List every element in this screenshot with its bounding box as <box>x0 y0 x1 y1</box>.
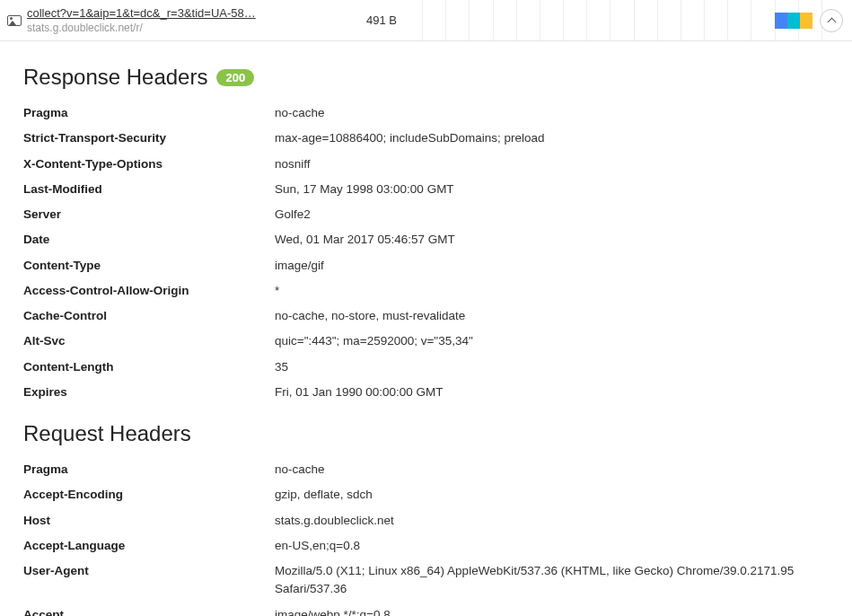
header-value: Sun, 17 May 1998 03:00:00 GMT <box>275 177 829 202</box>
header-value: no-cache <box>275 101 829 126</box>
header-value: quic=":443"; ma=2592000; v="35,34" <box>275 329 829 354</box>
header-value: gzip, deflate, sdch <box>275 482 829 507</box>
request-size: 491 B <box>341 13 422 27</box>
header-row: Acceptimage/webp,*/*;q=0.8 <box>23 603 829 617</box>
response-headers-label: Response Headers <box>23 65 207 90</box>
header-name: Alt-Svc <box>23 329 275 354</box>
header-row: Content-Typeimage/gif <box>23 253 829 278</box>
header-row: DateWed, 01 Mar 2017 05:46:57 GMT <box>23 227 829 252</box>
header-value: Wed, 01 Mar 2017 05:46:57 GMT <box>275 227 829 252</box>
header-value: stats.g.doubleclick.net <box>275 508 829 533</box>
response-headers-table: Pragmano-cacheStrict-Transport-Securitym… <box>23 101 829 405</box>
header-value: no-cache, no-store, must-revalidate <box>275 304 829 329</box>
status-badge: 200 <box>216 69 254 86</box>
header-value: max-age=10886400; includeSubDomains; pre… <box>275 126 829 151</box>
header-name: Last-Modified <box>23 177 275 202</box>
header-name: Strict-Transport-Security <box>23 126 275 151</box>
timing-swatch <box>775 13 787 29</box>
header-row: Pragmano-cache <box>23 457 829 482</box>
header-name: User-Agent <box>23 559 275 603</box>
timing-legend <box>775 13 812 29</box>
header-value: Golfe2 <box>275 202 829 227</box>
header-value: en-US,en;q=0.8 <box>275 533 829 559</box>
header-row: Pragmano-cache <box>23 101 829 126</box>
header-name: Accept-Language <box>23 533 275 559</box>
chevron-up-icon <box>827 17 836 26</box>
header-name: Content-Length <box>23 355 275 380</box>
header-row: X-Content-Type-Optionsnosniff <box>23 152 829 177</box>
header-name: Content-Type <box>23 253 275 278</box>
header-row: Hoststats.g.doubleclick.net <box>23 508 829 533</box>
header-row: Content-Length35 <box>23 355 829 380</box>
header-row: Alt-Svcquic=":443"; ma=2592000; v="35,34… <box>23 329 829 354</box>
header-row: ExpiresFri, 01 Jan 1990 00:00:00 GMT <box>23 380 829 405</box>
header-name: Host <box>23 508 275 533</box>
request-headers-table: Pragmano-cacheAccept-Encodinggzip, defla… <box>23 457 829 616</box>
header-row: Access-Control-Allow-Origin* <box>23 278 829 304</box>
request-host: stats.g.doubleclick.net/r/ <box>27 22 323 34</box>
header-row: Accept-Languageen-US,en;q=0.8 <box>23 533 829 559</box>
header-name: X-Content-Type-Options <box>23 152 275 177</box>
header-row: Strict-Transport-Securitymax-age=1088640… <box>23 126 829 151</box>
header-value: nosniff <box>275 152 829 177</box>
header-name: Pragma <box>23 101 275 126</box>
request-summary-row[interactable]: collect?v=1&aip=1&t=dc&_r=3&tid=UA-58… s… <box>0 0 852 41</box>
header-name: Access-Control-Allow-Origin <box>23 278 275 304</box>
collapse-button[interactable] <box>820 9 843 32</box>
header-row: Cache-Controlno-cache, no-store, must-re… <box>23 304 829 329</box>
header-name: Expires <box>23 380 275 405</box>
header-row: Last-ModifiedSun, 17 May 1998 03:00:00 G… <box>23 177 829 202</box>
request-url-block[interactable]: collect?v=1&aip=1&t=dc&_r=3&tid=UA-58… s… <box>27 6 323 34</box>
timing-swatch <box>787 13 800 29</box>
header-row: User-AgentMozilla/5.0 (X11; Linux x86_64… <box>23 559 829 603</box>
header-name: Pragma <box>23 457 275 482</box>
header-value: Mozilla/5.0 (X11; Linux x86_64) AppleWeb… <box>275 559 829 603</box>
timing-swatch <box>800 13 812 29</box>
header-row: Accept-Encodinggzip, deflate, sdch <box>23 482 829 507</box>
request-url[interactable]: collect?v=1&aip=1&t=dc&_r=3&tid=UA-58… <box>27 6 323 20</box>
header-value: Fri, 01 Jan 1990 00:00:00 GMT <box>275 380 829 405</box>
header-name: Accept <box>23 603 275 617</box>
header-value: no-cache <box>275 457 829 482</box>
header-value: image/webp,*/*;q=0.8 <box>275 603 829 617</box>
header-value: image/gif <box>275 253 829 278</box>
response-headers-title: Response Headers 200 <box>23 65 829 90</box>
header-value: * <box>275 278 829 304</box>
header-row: ServerGolfe2 <box>23 202 829 227</box>
details-panel: Response Headers 200 Pragmano-cacheStric… <box>0 41 852 616</box>
header-name: Cache-Control <box>23 304 275 329</box>
header-name: Accept-Encoding <box>23 482 275 507</box>
request-headers-label: Request Headers <box>23 421 191 446</box>
request-headers-title: Request Headers <box>23 421 829 446</box>
resource-type-image-icon <box>7 15 22 26</box>
header-value: 35 <box>275 355 829 380</box>
header-name: Server <box>23 202 275 227</box>
header-name: Date <box>23 227 275 252</box>
